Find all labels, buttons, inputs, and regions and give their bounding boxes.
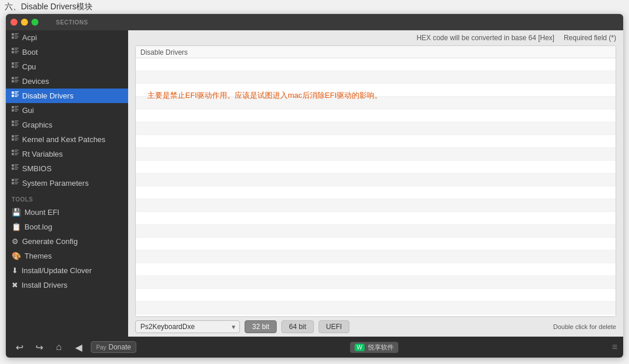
svg-rect-16 [15, 66, 19, 66]
driver-select-wrapper[interactable]: Ps2KeyboardDxe ▼ [135, 320, 240, 333]
menu-icon[interactable]: ≡ [612, 342, 617, 352]
table-row [136, 58, 616, 71]
sidebar-item-label: Kernel and Kext Patches [22, 135, 105, 144]
svg-rect-57 [12, 168, 14, 170]
svg-rect-38 [15, 122, 17, 123]
grid-icon [12, 164, 19, 173]
uefi-button[interactable]: UEFI [319, 320, 349, 333]
sidebar-item-rt-variables[interactable]: Rt Variables [6, 147, 128, 161]
svg-rect-26 [15, 93, 17, 94]
page-title: 六、Disable Drivers模块 [0, 0, 629, 14]
sidebar-item-install-drivers[interactable]: ✖Install Drivers [6, 278, 128, 292]
sidebar-item-graphics[interactable]: Graphics [6, 118, 128, 132]
svg-rect-43 [15, 135, 19, 136]
close-button[interactable] [10, 19, 17, 26]
svg-rect-29 [15, 96, 17, 97]
home-icon[interactable]: ⌂ [51, 340, 66, 355]
svg-rect-7 [15, 48, 19, 48]
table-row [136, 238, 616, 250]
sidebar-sections: Acpi Boot Cpu Devices [6, 30, 128, 190]
svg-rect-8 [15, 50, 17, 50]
table-row [136, 212, 616, 225]
sidebar-item-label: SMBIOS [22, 164, 52, 173]
share-icon[interactable]: ◀ [71, 340, 86, 355]
title-bar: SECTIONS [6, 14, 623, 30]
svg-rect-63 [12, 182, 14, 185]
svg-rect-34 [15, 109, 19, 110]
sidebar-item-label: Devices [22, 77, 49, 86]
sidebar-item-label: Graphics [22, 121, 52, 129]
sidebar-item-generate-config[interactable]: ⚙Generate Config [6, 234, 128, 249]
sidebar-tools: 💾Mount EFI📋Boot.log⚙Generate Config🎨Them… [6, 205, 128, 292]
sidebar-item-label: Gui [22, 106, 34, 115]
svg-rect-49 [15, 150, 19, 150]
svg-rect-3 [12, 37, 14, 39]
sidebar-item-smbios[interactable]: SMBIOS [6, 161, 128, 176]
sidebar-item-install-update-clover[interactable]: ⬇Install/Update Clover [6, 263, 128, 278]
svg-rect-36 [12, 121, 14, 123]
sidebar-item-acpi[interactable]: Acpi [6, 30, 128, 45]
sidebar-item-boot-log[interactable]: 📋Boot.log [6, 220, 128, 234]
sidebar-item-devices[interactable]: Devices [6, 74, 128, 89]
svg-rect-21 [12, 80, 14, 83]
sidebar-item-label: Mount EFI [24, 208, 59, 217]
sidebar-item-label: Install Drivers [22, 281, 68, 289]
themes-icon: 🎨 [12, 252, 21, 260]
svg-rect-24 [12, 91, 14, 94]
32bit-button[interactable]: 32 bit [245, 320, 277, 333]
content-body: 主要是禁止EFI驱动作用。应该是试图进入mac后消除EFI驱动的影响。 [136, 58, 616, 316]
sidebar-item-mount-efi[interactable]: 💾Mount EFI [6, 205, 128, 220]
sidebar-item-gui[interactable]: Gui [6, 103, 128, 118]
sidebar-item-system-parameters[interactable]: System Parameters [6, 176, 128, 190]
sidebar-item-boot[interactable]: Boot [6, 45, 128, 59]
back-icon[interactable]: ↩ [12, 340, 27, 355]
svg-rect-28 [15, 95, 19, 96]
table-row [136, 250, 616, 263]
sidebar-item-disable-drivers[interactable]: Disable Drivers [6, 89, 128, 103]
svg-rect-19 [15, 77, 19, 77]
sidebar-item-label: Acpi [22, 33, 37, 42]
sidebar-item-themes[interactable]: 🎨Themes [6, 249, 128, 263]
svg-rect-44 [15, 137, 17, 137]
install-update-clover-icon: ⬇ [12, 266, 18, 275]
minimize-button[interactable] [21, 19, 28, 26]
table-row [136, 109, 616, 122]
table-row [136, 302, 616, 314]
sidebar-item-label: Boot [22, 48, 38, 56]
svg-rect-61 [15, 179, 19, 179]
table-row [136, 122, 616, 135]
svg-rect-62 [15, 181, 17, 181]
sidebar-item-cpu[interactable]: Cpu [6, 59, 128, 74]
sections-header: SECTIONS [56, 19, 88, 26]
forward-icon[interactable]: ↪ [31, 340, 47, 355]
svg-rect-32 [15, 108, 17, 108]
svg-rect-42 [12, 135, 14, 137]
svg-rect-30 [12, 106, 14, 108]
maximize-button[interactable] [31, 19, 38, 26]
grid-icon [12, 121, 19, 129]
mount-efi-icon: 💾 [12, 208, 21, 217]
svg-rect-64 [15, 182, 19, 183]
svg-rect-0 [12, 33, 14, 36]
svg-rect-13 [15, 62, 19, 63]
table-row [136, 186, 616, 199]
svg-rect-54 [12, 164, 14, 167]
grid-icon [12, 179, 19, 188]
svg-rect-45 [12, 139, 14, 141]
svg-rect-22 [15, 80, 19, 81]
driver-select[interactable]: Ps2KeyboardDxe [135, 320, 240, 333]
svg-rect-31 [15, 106, 19, 107]
sidebar-item-kernel-and-kext-patches[interactable]: Kernel and Kext Patches [6, 132, 128, 147]
table-row [136, 314, 616, 316]
table-row [136, 289, 616, 302]
content-section-label: Disable Drivers [136, 46, 616, 58]
sidebar-item-label: Disable Drivers [22, 91, 73, 100]
svg-rect-27 [12, 95, 14, 97]
wechat-badge: W 悦享软件 [350, 342, 398, 353]
sidebar-item-label: Boot.log [24, 222, 52, 231]
64bit-button[interactable]: 64 bit [281, 320, 313, 333]
bottom-toolbar: ↩ ↪ ⌂ ◀ Pay Donate W 悦享软件 ≡ [6, 337, 623, 358]
svg-rect-53 [15, 154, 17, 155]
svg-rect-41 [15, 125, 17, 126]
donate-button[interactable]: Pay Donate [91, 341, 136, 353]
